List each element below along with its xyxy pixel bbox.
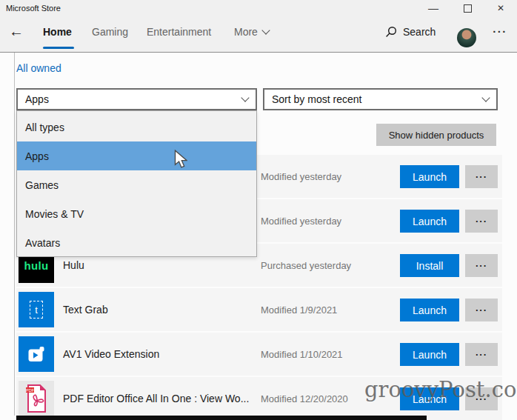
launch-button[interactable]: Launch xyxy=(400,299,459,321)
row-more-button[interactable]: ··· xyxy=(465,299,498,321)
tab-gaming[interactable]: Gaming xyxy=(92,26,128,38)
product-status: Modified 1/9/2021 xyxy=(261,288,337,331)
nav-content-divider xyxy=(0,52,517,53)
all-owned-link[interactable]: All owned xyxy=(16,62,61,74)
minimize-icon: — xyxy=(428,2,438,14)
sort-select[interactable]: Sort by most recent xyxy=(263,88,498,110)
window-title: Microsoft Store xyxy=(6,0,61,16)
row-more-button[interactable]: ··· xyxy=(465,343,498,366)
install-button[interactable]: Install xyxy=(400,254,459,277)
search-icon xyxy=(385,26,397,38)
launch-button[interactable]: Launch xyxy=(400,343,459,366)
pdf-page-icon: PDF xyxy=(25,384,47,413)
ellipsis-icon: ··· xyxy=(493,25,507,38)
text-grab-icon: t xyxy=(19,292,54,327)
dropdown-option-games[interactable]: Games xyxy=(17,170,256,199)
tab-more-label: More xyxy=(234,26,258,38)
search-button[interactable]: Search xyxy=(385,26,436,38)
window-left-border xyxy=(14,53,15,416)
product-status: Modified yesterday xyxy=(261,155,341,198)
search-label: Search xyxy=(403,26,436,38)
mouse-cursor-icon xyxy=(174,150,187,169)
tab-more[interactable]: More xyxy=(234,26,269,38)
dropdown-option-apps[interactable]: Apps xyxy=(17,141,256,170)
row-more-button[interactable]: ··· xyxy=(465,254,498,277)
av1-video-icon xyxy=(19,336,54,372)
type-filter-select[interactable]: Apps xyxy=(16,88,257,110)
nav-bar: ← Home Gaming Entertainment More Search … xyxy=(0,16,517,52)
row-more-button[interactable]: ··· xyxy=(465,165,498,188)
product-status: Modified yesterday xyxy=(261,199,341,242)
show-hidden-products-button[interactable]: Show hidden products xyxy=(376,124,496,146)
sort-select-value: Sort by most recent xyxy=(272,93,361,105)
launch-button[interactable]: Launch xyxy=(400,210,459,233)
maximize-button[interactable] xyxy=(455,0,480,16)
chevron-down-icon xyxy=(261,26,270,34)
chevron-down-icon xyxy=(481,93,490,101)
back-arrow-icon: ← xyxy=(9,23,24,39)
row-more-button[interactable]: ··· xyxy=(465,210,498,233)
product-name: AV1 Video Extension xyxy=(63,333,159,376)
tab-home[interactable]: Home xyxy=(43,26,72,38)
bottom-black-bar xyxy=(16,416,427,420)
user-avatar[interactable] xyxy=(457,28,476,47)
microsoft-store-window: Microsoft Store — ✕ ← Home Gaming Entert… xyxy=(0,0,517,420)
tab-entertainment[interactable]: Entertainment xyxy=(147,26,211,38)
back-button[interactable]: ← xyxy=(9,23,24,40)
maximize-icon xyxy=(464,4,472,13)
video-play-icon xyxy=(28,347,45,362)
minimize-button[interactable]: — xyxy=(421,0,446,16)
text-grab-glyph: t xyxy=(30,301,43,319)
product-name: PDF Editor Office All In One : View Wo..… xyxy=(63,377,249,420)
dropdown-option-avatars[interactable]: Avatars xyxy=(17,228,256,257)
product-status: Modified 1/10/2021 xyxy=(261,333,343,376)
title-bar: Microsoft Store — ✕ xyxy=(0,0,517,16)
product-status: Purchased yesterday xyxy=(261,244,351,287)
dropdown-option-movies-tv[interactable]: Movies & TV xyxy=(17,199,256,228)
pdf-document-icon: PDF xyxy=(19,381,54,416)
product-status: Modified 12/20/2020 xyxy=(261,377,348,420)
svg-text:PDF: PDF xyxy=(26,388,35,393)
groovypost-watermark: groovyPost.com xyxy=(364,377,517,402)
product-name: Text Grab xyxy=(63,288,108,331)
dropdown-option-all-types[interactable]: All types xyxy=(17,113,256,141)
type-filter-value: Apps xyxy=(25,93,49,105)
chevron-down-icon xyxy=(241,93,249,101)
table-row: AV1 Video Extension Modified 1/10/2021 L… xyxy=(16,333,502,376)
close-button[interactable]: ✕ xyxy=(488,0,513,16)
active-tab-underline xyxy=(43,47,74,49)
overflow-menu-button[interactable]: ··· xyxy=(489,25,511,38)
type-filter-dropdown: All types Apps Games Movies & TV Avatars xyxy=(16,110,257,257)
table-row: t Text Grab Modified 1/9/2021 Launch ··· xyxy=(16,288,502,331)
close-icon: ✕ xyxy=(497,3,504,13)
launch-button[interactable]: Launch xyxy=(400,165,459,188)
